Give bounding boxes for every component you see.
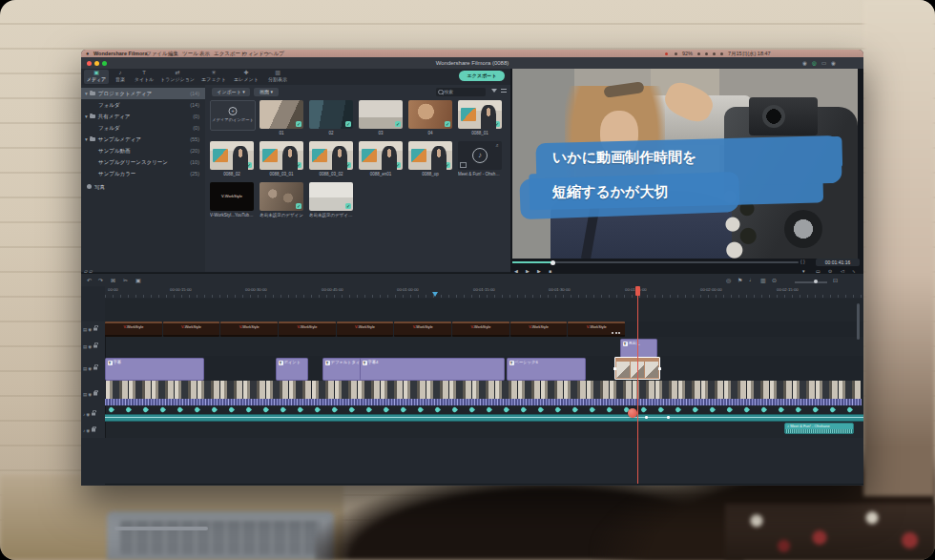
beat-marker-icon[interactable] <box>314 406 321 413</box>
video-thumbnail[interactable]: ✓ <box>260 100 303 129</box>
track-header-music2[interactable]: ♪◉ <box>81 422 106 438</box>
logo-clip[interactable]: V-WorkStyle <box>394 321 451 337</box>
media-item[interactable]: V-WorkStyleV-WorkStyl...YouTube用 <box>210 182 254 218</box>
media-item[interactable]: ✓名前未設定のデザイン <box>260 182 303 218</box>
beat-marker-icon[interactable] <box>228 406 235 413</box>
beat-marker-icon[interactable] <box>589 406 595 413</box>
beat-marker-icon[interactable] <box>571 406 578 413</box>
menu-file[interactable]: ファイル <box>146 51 168 57</box>
mixer-icon[interactable]: ▥ <box>760 277 766 283</box>
menu-export[interactable]: エクスポート <box>214 51 246 57</box>
view-dropdown[interactable]: 画面 ▾ <box>254 88 279 96</box>
beat-marker-icon[interactable] <box>829 406 836 413</box>
logo-clip-strip[interactable]: V-WorkStyleV-WorkStyleV-WorkStyleV-WorkS… <box>105 321 625 337</box>
beat-marker-icon[interactable] <box>692 406 698 413</box>
beat-marker-icon[interactable] <box>108 406 114 413</box>
sidebar-item-project-media[interactable]: ▾プロジェクトメディア(14) <box>81 88 205 99</box>
crop-icon[interactable]: ▣ <box>135 277 141 283</box>
beat-marker-icon[interactable] <box>468 406 475 413</box>
horizontal-scrollbar[interactable] <box>114 527 208 530</box>
mark-in-out-icons[interactable]: { } <box>800 259 805 264</box>
media-item-music[interactable]: ♪♬Meet & Fun! - Ohshane <box>458 141 502 176</box>
beat-marker-icon[interactable] <box>812 406 819 413</box>
video-thumbnail[interactable]: ✓ <box>408 100 452 129</box>
video-thumbnail[interactable]: ✓ <box>210 141 254 170</box>
video-thumbnail[interactable]: ✓ <box>309 100 353 129</box>
beat-marker-icon[interactable] <box>743 406 750 413</box>
beat-marker-icon[interactable] <box>177 406 183 413</box>
beat-marker-icon[interactable] <box>778 406 784 413</box>
music-audio-clip[interactable] <box>105 414 863 422</box>
voiceover-icon[interactable]: ♩ <box>749 277 755 282</box>
playhead-line[interactable] <box>637 286 638 484</box>
beat-marker-icon[interactable] <box>657 406 664 413</box>
trim-handle-right[interactable] <box>658 367 661 370</box>
media-item[interactable]: ✓0088_op <box>408 141 452 176</box>
media-item[interactable]: ✓名前未設定のデザイン-2 <box>309 182 353 218</box>
video-thumbnail[interactable]: ✓ <box>260 182 303 211</box>
marker-icon[interactable]: ⚑ <box>738 277 742 283</box>
apple-icon[interactable]: ● <box>86 51 89 56</box>
clip-point[interactable]: Tポイント <box>276 358 308 381</box>
tab-split-view[interactable]: ▥分割表示 <box>263 70 292 84</box>
video-thumbnail[interactable]: ✓ <box>309 141 353 170</box>
snap-icon[interactable]: ◎ <box>726 277 731 283</box>
menubar-app-name[interactable]: Wondershare Filmora <box>94 51 147 56</box>
video-thumbnail[interactable]: ✓ <box>458 100 502 129</box>
music-thumbnail[interactable]: ♪♬ <box>458 141 502 170</box>
media-item[interactable]: ✓01 <box>260 100 303 135</box>
music-track-lane-2[interactable] <box>105 422 863 439</box>
redo-icon[interactable]: ↷ <box>98 277 103 283</box>
beat-marker-icon[interactable] <box>262 406 269 413</box>
media-item[interactable]: ✓04 <box>408 100 452 135</box>
delete-icon[interactable]: ⊠ <box>111 277 115 283</box>
clip-default-title[interactable]: Tデフォルトタイトル <box>322 358 362 381</box>
media-item[interactable]: ✓02 <box>309 100 353 135</box>
beat-marker-icon[interactable] <box>554 406 561 413</box>
clip-heading[interactable]: T見出し <box>620 339 657 358</box>
beat-marker-icon[interactable] <box>486 406 492 413</box>
search-input[interactable]: 検索 <box>436 88 486 96</box>
timeline-ruler[interactable]: 00:00 00:00:15:00 00:00:30:00 00:00:45:0… <box>105 286 863 298</box>
logo-clip[interactable]: V-WorkStyle <box>105 321 162 337</box>
menu-tools[interactable]: ツール <box>182 51 198 57</box>
tab-music[interactable]: ♪音楽 <box>111 70 130 84</box>
menu-help[interactable]: ヘルプ <box>268 51 284 57</box>
sidebar-item-shared-media[interactable]: ▾共有メディア(0) <box>81 111 205 122</box>
tab-element[interactable]: ✚エレメント <box>231 70 261 84</box>
beat-marker-icon[interactable] <box>795 406 801 413</box>
beat-marker-icon[interactable] <box>348 406 355 413</box>
logo-clip[interactable]: V-WorkStyle <box>510 321 568 337</box>
trim-handle-left[interactable] <box>613 367 616 370</box>
logo-clip[interactable]: V-WorkStyle <box>279 321 336 337</box>
seek-knob[interactable] <box>551 260 555 265</box>
wifi-icon[interactable] <box>705 52 708 55</box>
beat-marker-icon[interactable] <box>280 406 286 413</box>
track-header-video[interactable]: ▤◉ <box>81 381 106 406</box>
sidebar-item-photos[interactable]: 写真 <box>81 181 205 193</box>
video-thumbnail[interactable]: ✓ <box>359 141 403 170</box>
split-icon[interactable]: ✂ <box>123 277 128 283</box>
beat-marker-icon[interactable] <box>331 406 338 413</box>
preview-seekbar[interactable] <box>512 261 799 263</box>
sync-icon[interactable]: ◎ <box>812 60 817 66</box>
clip-subtitle4[interactable]: T字幕4 <box>360 358 505 381</box>
title-track-lane-1[interactable] <box>105 337 863 357</box>
keyframe-dot[interactable] <box>667 416 670 419</box>
video-thumbnail[interactable]: ✓ <box>408 141 452 170</box>
sidebar-item-sample-color[interactable]: サンプルカラー(25) <box>81 168 205 179</box>
empty-lane[interactable] <box>105 299 863 322</box>
beat-marker-icon[interactable] <box>846 406 853 413</box>
beat-marker-icon[interactable] <box>159 406 166 413</box>
beat-marker-icon[interactable] <box>760 406 767 413</box>
media-item[interactable]: ✓03 <box>359 100 403 135</box>
beat-marker-icon[interactable] <box>537 406 544 413</box>
zoom-knob[interactable] <box>814 280 818 283</box>
zoom-fit-icon[interactable]: ⊡ <box>833 277 838 283</box>
display-icon[interactable]: ▭ <box>821 60 826 66</box>
selected-beat-marker[interactable] <box>628 408 637 418</box>
beat-marker-icon[interactable] <box>726 406 733 413</box>
beat-marker-icon[interactable] <box>434 406 441 413</box>
keyframe-dot[interactable] <box>645 416 648 419</box>
menu-edit[interactable]: 編集 <box>168 51 178 57</box>
